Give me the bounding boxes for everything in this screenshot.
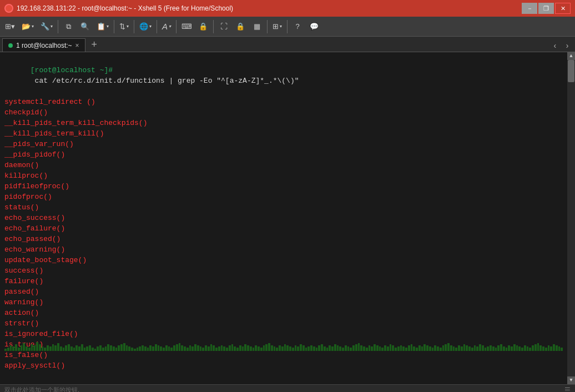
- chat-button[interactable]: 💬: [306, 19, 322, 34]
- output-line-5: __pids_var_run(): [4, 139, 571, 149]
- output-line-18: failure(): [4, 276, 571, 287]
- zoom-button[interactable]: ⊞▾: [270, 19, 285, 34]
- output-line-9: pidfileofproc(): [4, 181, 571, 192]
- scroll-thumb[interactable]: [568, 60, 574, 82]
- output-line-6: __pids_pidof(): [4, 149, 571, 160]
- maximize-button[interactable]: ❐: [538, 3, 554, 14]
- minimize-button[interactable]: －: [522, 3, 537, 14]
- output-line-16: update_boot_stage(): [4, 255, 571, 265]
- prompt-user: [root@localhost ~]#: [31, 66, 113, 74]
- connection-status-dot: [8, 43, 13, 48]
- output-line-2: checkpid(): [4, 107, 571, 118]
- separator: [134, 20, 134, 33]
- output-line-12: echo_success(): [4, 213, 571, 223]
- titlebar: 192.168.238.131:22 - root@localhost:~ - …: [0, 0, 575, 17]
- app-icon: [4, 4, 13, 13]
- transfer-button[interactable]: ⇅▾: [117, 19, 132, 34]
- output-line-14: echo_passed(): [4, 234, 571, 244]
- close-button[interactable]: ✕: [555, 3, 571, 14]
- output-line-26: apply_sysctl(): [4, 360, 571, 371]
- separator: [267, 20, 268, 33]
- titlebar-left: 192.168.238.131:22 - root@localhost:~ - …: [4, 4, 233, 13]
- window-controls: － ❐ ✕: [522, 3, 571, 14]
- tabbar: 1 root@localhost:~ × + ‹ ›: [0, 37, 575, 52]
- tab-close-button[interactable]: ×: [75, 42, 79, 49]
- compose-button[interactable]: ▦: [249, 19, 265, 34]
- separator: [287, 20, 288, 33]
- separator: [58, 20, 58, 33]
- window-title: 192.168.238.131:22 - root@localhost:~ - …: [17, 4, 233, 12]
- font-button[interactable]: A▾: [159, 19, 174, 34]
- output-line-23: is_ignored_file(): [4, 329, 571, 339]
- scroll-track[interactable]: [567, 60, 575, 376]
- terminal-content: [root@localhost ~]# cat /etc/rc.d/init.d…: [4, 54, 571, 382]
- output-line-8: killproc(): [4, 170, 571, 181]
- keylog-button[interactable]: ⌨: [179, 19, 194, 34]
- fullscreen-button[interactable]: ⛶: [216, 19, 231, 34]
- output-line-24: is_true(): [4, 339, 571, 350]
- separator: [176, 20, 176, 33]
- separator: [114, 20, 114, 33]
- scroll-up-button[interactable]: ▲: [567, 52, 575, 60]
- output-line-25: is_false(): [4, 350, 571, 360]
- tunnel-button[interactable]: 🔒: [195, 19, 211, 34]
- output-line-11: status(): [4, 202, 571, 213]
- terminal[interactable]: [root@localhost ~]# cat /etc/rc.d/init.d…: [0, 52, 575, 384]
- output-line-7: daemon(): [4, 160, 571, 170]
- output-line-21: action(): [4, 308, 571, 318]
- toolbar: ⊞▾ 📂▾ 🔧▾ ⧉ 🔍 📋▾ ⇅▾ 🌐▾ A▾ ⌨ 🔒 ⛶ 🔒 ▦ ⊞▾ ? …: [0, 17, 575, 37]
- output-line-20: warning(): [4, 297, 571, 308]
- bottom-bar-right: ☰: [564, 386, 571, 393]
- scroll-down-button[interactable]: ▼: [567, 376, 575, 384]
- lock2-button[interactable]: 🔒: [233, 19, 248, 34]
- final-prompt-line: [root@localhost ~]#: [4, 371, 571, 382]
- open-button[interactable]: 📂▾: [19, 19, 37, 34]
- output-line-1: systemctl_redirect (): [4, 97, 571, 107]
- output-line-13: echo_failure(): [4, 223, 571, 234]
- tab-next-button[interactable]: ›: [562, 41, 573, 52]
- copy-button[interactable]: ⧉: [60, 19, 76, 34]
- tab-label: 1 root@localhost:~: [16, 42, 72, 49]
- output-line-10: pidofproc(): [4, 192, 571, 202]
- bottom-menu-icon[interactable]: ☰: [564, 386, 571, 393]
- tab-prev-button[interactable]: ‹: [549, 41, 561, 52]
- output-line-4: __kill_pids_term_kill(): [4, 128, 571, 139]
- browser-button[interactable]: 🌐▾: [137, 19, 154, 34]
- new-tab-button[interactable]: +: [88, 38, 101, 52]
- help-button[interactable]: ?: [290, 19, 305, 34]
- find-button[interactable]: 🔍: [77, 19, 93, 34]
- terminal-scrollbar[interactable]: ▲ ▼: [567, 52, 575, 384]
- output-line-3: __kill_pids_term_kill_checkpids(): [4, 118, 571, 128]
- output-line-17: success(): [4, 265, 571, 276]
- paste-button[interactable]: 📋▾: [94, 19, 112, 34]
- command-line: [root@localhost ~]# cat /etc/rc.d/init.d…: [4, 54, 571, 97]
- tab-navigation: ‹ ›: [549, 41, 573, 52]
- bottom-bar: 双击此处添加一个新的按钮. ☰: [0, 384, 575, 392]
- bottom-hint: 双击此处添加一个新的按钮.: [4, 386, 79, 392]
- new-session-button[interactable]: ⊞▾: [2, 19, 18, 34]
- command-text: cat /etc/rc.d/init.d/functions | grep -E…: [31, 77, 299, 85]
- properties-button[interactable]: 🔧▾: [38, 19, 56, 34]
- output-line-22: strstr(): [4, 318, 571, 329]
- active-tab[interactable]: 1 root@localhost:~ ×: [2, 38, 85, 52]
- separator: [157, 20, 157, 33]
- output-line-15: echo_warning(): [4, 244, 571, 255]
- output-line-19: passed(): [4, 287, 571, 297]
- separator: [213, 20, 214, 33]
